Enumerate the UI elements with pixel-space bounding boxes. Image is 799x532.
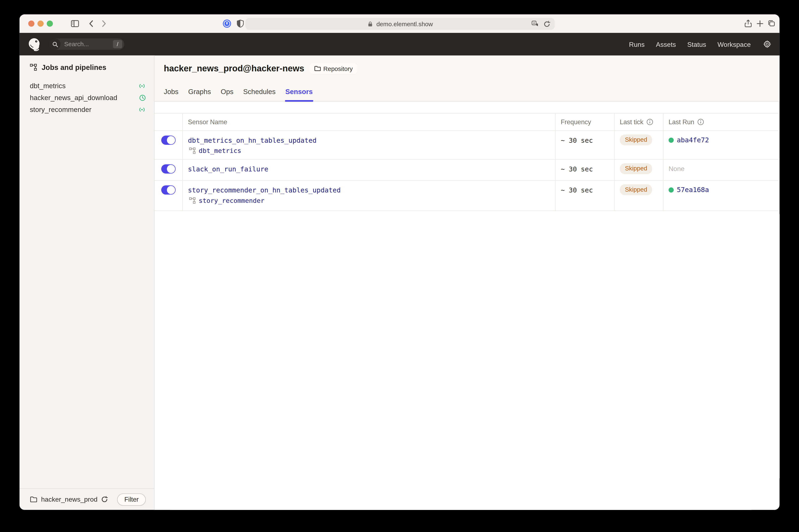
col-last-tick: Last tick (620, 118, 643, 126)
last-run-none: None (668, 164, 685, 173)
page-title: hacker_news_prod@hacker-news (164, 63, 304, 74)
frequency-value: ~ 30 sec (561, 136, 593, 144)
tab-overview-icon[interactable] (767, 19, 776, 28)
last-run-link[interactable]: 57ea168a (677, 185, 709, 194)
sidebar-toggle-icon[interactable] (70, 19, 79, 28)
main-panel: hacker_news_prod@hacker-news Repository … (155, 56, 779, 510)
password-manager-icon[interactable] (223, 19, 232, 28)
app-nav: Runs Assets Status Workspace (629, 40, 771, 48)
last-tick-badge: Skipped (620, 184, 652, 195)
sensor-toggle[interactable] (161, 136, 176, 145)
refresh-icon[interactable] (101, 496, 108, 503)
sensor-toggle[interactable] (161, 185, 176, 194)
sidebar-item-story-recommender[interactable]: story_recommender (20, 104, 154, 116)
sensors-table: Sensor Name Frequency Last tick Last Run (155, 113, 779, 211)
jobs-graph-icon (30, 64, 37, 71)
schedule-clock-icon (139, 94, 146, 101)
settings-gear-icon[interactable] (763, 40, 771, 48)
nav-runs[interactable]: Runs (629, 40, 645, 48)
tab-ops[interactable]: Ops (221, 88, 233, 101)
col-sensor-name: Sensor Name (188, 118, 227, 126)
browser-window: demo.elementl.show A (20, 14, 779, 510)
folder-icon (314, 66, 321, 71)
sidebar-footer: hacker_news_prod Filter (20, 488, 154, 510)
tab-graphs[interactable]: Graphs (188, 88, 211, 101)
info-icon[interactable] (646, 119, 653, 125)
sensor-icon (138, 83, 146, 89)
sensor-icon (138, 107, 146, 112)
run-status-dot (668, 137, 674, 143)
col-last-run: Last Run (668, 118, 694, 126)
sensor-toggle[interactable] (161, 164, 176, 173)
frequency-value: ~ 30 sec (561, 186, 593, 194)
sidebar-title: Jobs and pipelines (42, 63, 106, 71)
filter-button[interactable]: Filter (117, 493, 146, 506)
new-tab-icon[interactable] (755, 19, 764, 28)
job-graph-icon (189, 147, 195, 154)
svg-text:A: A (533, 21, 535, 24)
repository-badge: Repository (309, 63, 357, 74)
info-icon[interactable] (697, 119, 704, 125)
sidebar-item-hacker-news-api-download[interactable]: hacker_news_api_download (20, 92, 154, 104)
app-header: Search... / Runs Assets Status Workspace (20, 33, 779, 56)
target-job-link[interactable]: story_recommender (199, 196, 264, 204)
nav-assets[interactable]: Assets (656, 40, 676, 48)
table-row: dbt_metrics_on_hn_tables_updated dbt_met… (155, 131, 779, 159)
sensor-name-link[interactable]: slack_on_run_failure (188, 165, 268, 174)
last-run-link[interactable]: aba4fe72 (677, 136, 709, 145)
url-text: demo.elementl.show (376, 20, 433, 27)
repo-header: hacker_news_prod@hacker-news Repository … (155, 56, 779, 102)
run-status-dot (668, 188, 674, 193)
search-shortcut-key: / (113, 40, 122, 48)
back-icon[interactable] (87, 19, 96, 28)
table-body: dbt_metrics_on_hn_tables_updated dbt_met… (155, 131, 779, 211)
nav-status[interactable]: Status (687, 40, 706, 48)
job-graph-icon (189, 197, 195, 204)
sensor-name-link[interactable]: dbt_metrics_on_hn_tables_updated (188, 136, 317, 145)
close-window-button[interactable] (28, 21, 35, 27)
table-row: story_recommender_on_hn_tables_updated s… (155, 181, 779, 211)
col-frequency: Frequency (561, 118, 591, 126)
tab-jobs[interactable]: Jobs (164, 88, 178, 101)
desktop: demo.elementl.show A (0, 0, 799, 532)
translate-icon[interactable]: A (531, 20, 539, 27)
table-header-row: Sensor Name Frequency Last tick Last Run (155, 113, 779, 131)
tab-schedules[interactable]: Schedules (243, 88, 276, 101)
sensor-name-link[interactable]: story_recommender_on_hn_tables_updated (188, 186, 341, 195)
folder-icon (30, 496, 37, 503)
lock-icon (367, 21, 373, 27)
current-repo-label: hacker_news_prod (41, 496, 97, 503)
tab-bar: Jobs Graphs Ops Schedules Sensors (164, 88, 312, 101)
sidebar-job-list: dbt_metrics hacker_news_api_download sto… (20, 80, 154, 115)
sensor-target: dbt_metrics (188, 147, 550, 155)
target-job-link[interactable]: dbt_metrics (199, 147, 241, 155)
nav-workspace[interactable]: Workspace (718, 40, 751, 48)
left-nav-sidebar: Jobs and pipelines dbt_metrics hacker_ne… (20, 56, 155, 510)
last-tick-badge: Skipped (620, 163, 652, 174)
search-icon (49, 38, 60, 50)
table-row: slack_on_run_failure ~ 30 sec Skipped No… (155, 160, 779, 181)
dagster-logo-icon[interactable] (28, 37, 42, 51)
last-tick-badge: Skipped (620, 135, 652, 146)
frequency-value: ~ 30 sec (561, 166, 593, 173)
address-bar[interactable]: demo.elementl.show A (246, 18, 555, 30)
sidebar-item-dbt-metrics[interactable]: dbt_metrics (20, 80, 154, 92)
share-icon[interactable] (744, 19, 753, 28)
zoom-window-button[interactable] (47, 21, 53, 27)
search-placeholder: Search... (64, 41, 113, 48)
sidebar-header: Jobs and pipelines (20, 56, 154, 72)
sensor-target: story_recommender (188, 196, 550, 204)
shield-icon[interactable] (236, 19, 245, 28)
minimize-window-button[interactable] (37, 21, 44, 27)
reload-icon[interactable] (543, 20, 551, 27)
tab-sensors[interactable]: Sensors (285, 88, 312, 101)
search-input[interactable]: Search... / (49, 38, 124, 50)
browser-toolbar: demo.elementl.show A (20, 14, 779, 33)
forward-icon[interactable] (99, 19, 108, 28)
